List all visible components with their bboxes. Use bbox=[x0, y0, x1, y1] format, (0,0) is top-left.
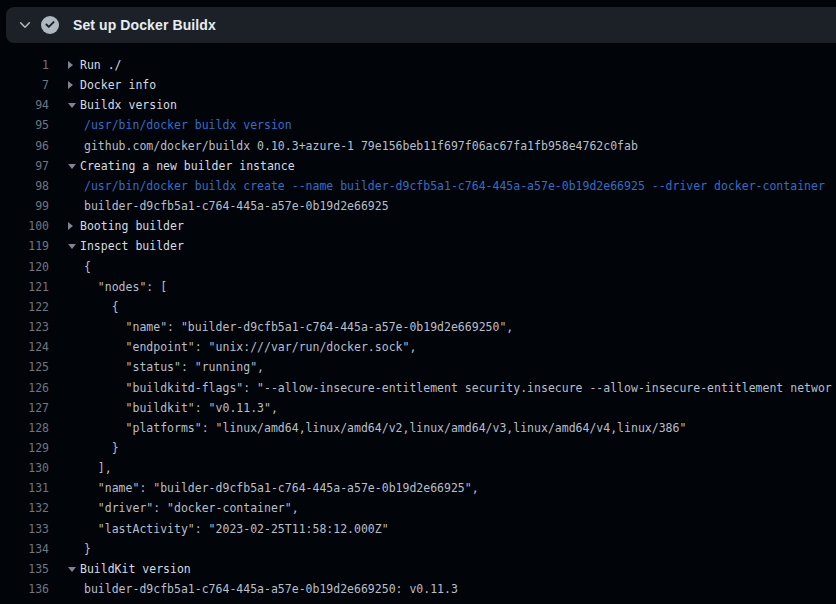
step-title: Set up Docker Buildx bbox=[73, 17, 216, 33]
log-text: "platforms": "linux/amd64,linux/amd64/v2… bbox=[84, 418, 686, 438]
line-number[interactable]: 120 bbox=[0, 257, 49, 277]
log-group-title: Buildx version bbox=[80, 98, 177, 112]
log-text: } bbox=[84, 539, 91, 559]
line-number[interactable]: 130 bbox=[0, 458, 49, 478]
log-group-title: Creating a new builder instance bbox=[80, 159, 295, 173]
line-number[interactable]: 99 bbox=[0, 196, 49, 216]
log-group-title: Booting builder bbox=[80, 219, 184, 233]
log-text: /usr/bin/docker buildx create --name bui… bbox=[84, 176, 825, 196]
log-line: 122 { bbox=[0, 297, 836, 317]
log-text: builder-d9cfb5a1-c764-445a-a57e-0b19d2e6… bbox=[84, 196, 389, 216]
line-number[interactable]: 135 bbox=[0, 559, 49, 579]
triangle-right-icon[interactable] bbox=[68, 55, 80, 75]
line-number[interactable]: 98 bbox=[0, 176, 49, 196]
log-text: "name": "builder-d9cfb5a1-c764-445a-a57e… bbox=[84, 478, 479, 498]
line-number[interactable]: 125 bbox=[0, 357, 49, 377]
log-line: 128 "platforms": "linux/amd64,linux/amd6… bbox=[0, 418, 836, 438]
triangle-right-icon[interactable] bbox=[68, 216, 80, 236]
triangle-down-icon[interactable] bbox=[68, 95, 80, 115]
log-group-title: Docker info bbox=[80, 78, 156, 92]
log-line: 134} bbox=[0, 539, 836, 559]
triangle-right-icon[interactable] bbox=[68, 75, 80, 95]
line-number[interactable]: 131 bbox=[0, 478, 49, 498]
line-number[interactable]: 119 bbox=[0, 236, 49, 256]
log-group-toggle[interactable]: Inspect builder bbox=[68, 236, 184, 256]
log-line: 120{ bbox=[0, 257, 836, 277]
log-line: 94Buildx version bbox=[0, 95, 836, 115]
line-number[interactable]: 132 bbox=[0, 498, 49, 518]
log-text: { bbox=[84, 257, 91, 277]
log-group-toggle[interactable]: Run ./ bbox=[68, 55, 122, 75]
line-number[interactable]: 122 bbox=[0, 297, 49, 317]
log-line: 130 ], bbox=[0, 458, 836, 478]
log-text: /usr/bin/docker buildx version bbox=[84, 115, 292, 135]
log-line: 123 "name": "builder-d9cfb5a1-c764-445a-… bbox=[0, 317, 836, 337]
log-group-title: Inspect builder bbox=[80, 239, 184, 253]
line-number[interactable]: 134 bbox=[0, 539, 49, 559]
log-text: { bbox=[84, 297, 119, 317]
log-group-toggle[interactable]: Buildx version bbox=[68, 95, 177, 115]
log-text: "endpoint": "unix:///var/run/docker.sock… bbox=[84, 337, 416, 357]
log-text: "buildkit": "v0.11.3", bbox=[84, 398, 278, 418]
log-group-toggle[interactable]: Creating a new builder instance bbox=[68, 156, 295, 176]
log-text: "lastActivity": "2023-02-25T11:58:12.000… bbox=[84, 519, 389, 539]
step-header-set-up-docker-buildx[interactable]: Set up Docker Buildx bbox=[6, 7, 836, 43]
line-number[interactable]: 129 bbox=[0, 438, 49, 458]
log-text: } bbox=[84, 438, 119, 458]
line-number[interactable]: 100 bbox=[0, 216, 49, 236]
line-number[interactable]: 133 bbox=[0, 519, 49, 539]
line-number[interactable]: 94 bbox=[0, 95, 49, 115]
log-line: 136builder-d9cfb5a1-c764-445a-a57e-0b19d… bbox=[0, 579, 836, 599]
chevron-down-icon[interactable] bbox=[18, 18, 32, 32]
log-line: 1Run ./ bbox=[0, 55, 836, 75]
line-number[interactable]: 128 bbox=[0, 418, 49, 438]
line-number[interactable]: 127 bbox=[0, 398, 49, 418]
log-group-toggle[interactable]: BuildKit version bbox=[68, 559, 191, 579]
log-line: 121 "nodes": [ bbox=[0, 277, 836, 297]
line-number[interactable]: 121 bbox=[0, 277, 49, 297]
triangle-down-icon[interactable] bbox=[68, 236, 80, 256]
log-line: 99builder-d9cfb5a1-c764-445a-a57e-0b19d2… bbox=[0, 196, 836, 216]
log-line: 98/usr/bin/docker buildx create --name b… bbox=[0, 176, 836, 196]
log-text: builder-d9cfb5a1-c764-445a-a57e-0b19d2e6… bbox=[84, 579, 458, 599]
log-line: 125 "status": "running", bbox=[0, 357, 836, 377]
chevron-down-icon-glyph bbox=[18, 18, 32, 32]
log-text: "name": "builder-d9cfb5a1-c764-445a-a57e… bbox=[84, 317, 513, 337]
line-number[interactable]: 95 bbox=[0, 115, 49, 135]
line-number[interactable]: 96 bbox=[0, 136, 49, 156]
log-line: 124 "endpoint": "unix:///var/run/docker.… bbox=[0, 337, 836, 357]
log-line: 131 "name": "builder-d9cfb5a1-c764-445a-… bbox=[0, 478, 836, 498]
log-line: 7Docker info bbox=[0, 75, 836, 95]
log-line: 135BuildKit version bbox=[0, 559, 836, 579]
log-text: github.com/docker/buildx 0.10.3+azure-1 … bbox=[84, 136, 638, 156]
log-group-toggle[interactable]: Docker info bbox=[68, 75, 156, 95]
log-group-title: Run ./ bbox=[80, 58, 122, 72]
triangle-down-icon[interactable] bbox=[68, 156, 80, 176]
log-line: 100Booting builder bbox=[0, 216, 836, 236]
line-number[interactable]: 123 bbox=[0, 317, 49, 337]
log-line: 133 "lastActivity": "2023-02-25T11:58:12… bbox=[0, 519, 836, 539]
log-text: "status": "running", bbox=[84, 357, 264, 377]
triangle-down-icon[interactable] bbox=[68, 559, 80, 579]
log-line: 132 "driver": "docker-container", bbox=[0, 498, 836, 518]
log-line: 129 } bbox=[0, 438, 836, 458]
log-line: 96github.com/docker/buildx 0.10.3+azure-… bbox=[0, 136, 836, 156]
log-line: 119Inspect builder bbox=[0, 236, 836, 256]
log-line: 97Creating a new builder instance bbox=[0, 156, 836, 176]
log-line: 126 "buildkitd-flags": "--allow-insecure… bbox=[0, 378, 836, 398]
log-group-toggle[interactable]: Booting builder bbox=[68, 216, 184, 236]
log-group-title: BuildKit version bbox=[80, 562, 191, 576]
log-line: 95/usr/bin/docker buildx version bbox=[0, 115, 836, 135]
log-text: "buildkitd-flags": "--allow-insecure-ent… bbox=[84, 378, 832, 398]
log-text: "driver": "docker-container", bbox=[84, 498, 299, 518]
line-number[interactable]: 7 bbox=[0, 75, 49, 95]
line-number[interactable]: 136 bbox=[0, 579, 49, 599]
line-number[interactable]: 97 bbox=[0, 156, 49, 176]
log-line: 127 "buildkit": "v0.11.3", bbox=[0, 398, 836, 418]
line-number[interactable]: 126 bbox=[0, 378, 49, 398]
step-success-check-icon bbox=[41, 16, 59, 34]
line-number[interactable]: 1 bbox=[0, 55, 49, 75]
line-number[interactable]: 124 bbox=[0, 337, 49, 357]
log-lines: 1Run ./7Docker info94Buildx version95/us… bbox=[0, 55, 836, 599]
log-text: ], bbox=[84, 458, 112, 478]
